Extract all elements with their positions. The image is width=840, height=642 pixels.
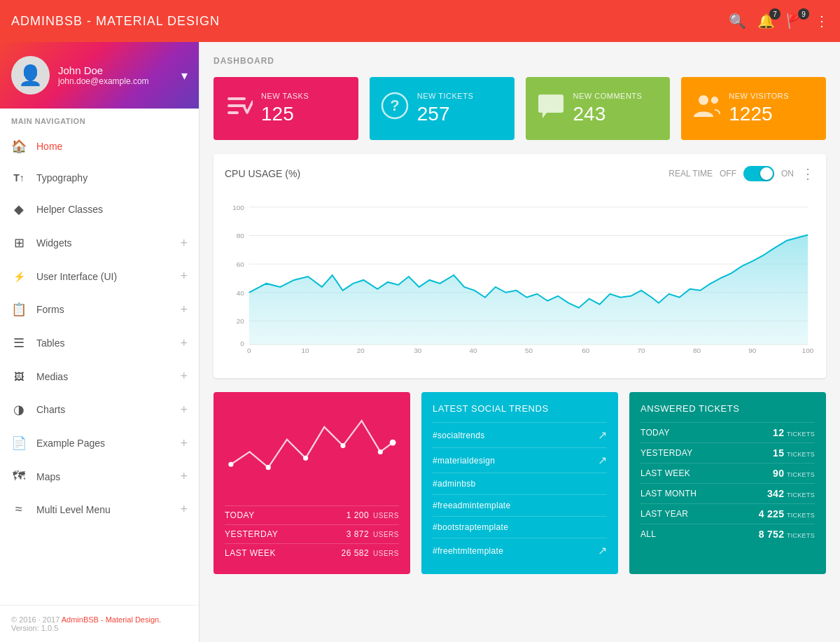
widgets-icon: ⊞ [11, 235, 27, 251]
tickets-value: 257 [417, 103, 503, 125]
trend-tag-4: #freeadmintemplate [433, 501, 510, 510]
chart-more-button[interactable]: ⋮ [801, 165, 815, 182]
yesterday-value: 3 872 USERS [346, 529, 399, 539]
trend-row-3: #adminbsb [433, 473, 607, 494]
sidebar-label-ui: User Interface (UI) [36, 271, 117, 282]
chart-title: CPU USAGE (%) [225, 168, 300, 179]
sidebar-item-forms[interactable]: 📋 Forms + [0, 293, 199, 326]
trend-tag-6: #freehtmltemplate [433, 546, 503, 556]
medias-icon: 🖼 [11, 371, 27, 382]
forms-expand-icon[interactable]: + [180, 302, 188, 317]
trend-tag-2: #materialdesign [433, 456, 495, 466]
trend-row-5: #bootstraptemplate [433, 516, 607, 538]
svg-point-38 [390, 440, 396, 446]
widgets-expand-icon[interactable]: + [180, 236, 188, 251]
trend-arrow-2: ↗ [598, 454, 607, 467]
svg-text:40: 40 [470, 347, 478, 354]
profile-chevron-icon[interactable]: ▾ [181, 68, 188, 83]
tasks-icon [225, 92, 253, 126]
realtime-label: REAL TIME [668, 169, 713, 179]
sidebar-item-multi-level[interactable]: ≈ Multi Level Menu + [0, 493, 199, 526]
svg-text:30: 30 [414, 347, 422, 354]
svg-text:40: 40 [237, 289, 245, 297]
notifications-button[interactable]: 🔔 7 [757, 13, 775, 29]
today-value: 1 200 USERS [346, 510, 399, 520]
helper-icon: ◆ [11, 202, 27, 217]
sidebar-item-ui[interactable]: ⚡ User Interface (UI) + [0, 260, 199, 293]
sidebar-item-charts[interactable]: ◑ Charts + [0, 393, 199, 426]
answered-tickets-card: ANSWERED TICKETS TODAY 12 TICKETS YESTER… [629, 392, 826, 574]
ticket-count-lastmonth: 342 TICKETS [767, 488, 815, 499]
more-menu-button[interactable]: ⋮ [815, 13, 829, 29]
messages-button[interactable]: 🚩 9 [786, 13, 804, 29]
search-button[interactable]: 🔍 [729, 13, 746, 29]
tickets-info: NEW TICKETS 257 [417, 92, 503, 125]
footer-link[interactable]: AdminBSB - Material Design. [62, 615, 161, 624]
sidebar-label-tables: Tables [36, 337, 64, 349]
medias-expand-icon[interactable]: + [180, 369, 188, 384]
stat-card-comments: NEW COMMENTS 243 [526, 77, 671, 140]
ui-expand-icon[interactable]: + [180, 269, 188, 284]
sidebar-item-maps[interactable]: 🗺 Maps + [0, 460, 199, 493]
tables-expand-icon[interactable]: + [180, 336, 188, 351]
svg-text:0: 0 [240, 340, 244, 347]
ticket-label-today: TODAY [640, 428, 670, 438]
sidebar-item-typography[interactable]: T↑ Typography [0, 163, 199, 193]
charts-expand-icon[interactable]: + [180, 403, 188, 417]
ticket-row-lastweek: LAST WEEK 90 TICKETS [640, 463, 815, 483]
ticket-label-all: ALL [640, 529, 656, 539]
social-trends-card: LATEST SOCIAL TRENDS #socialtrends ↗ #ma… [421, 392, 618, 574]
visitors-value: 1225 [729, 103, 815, 125]
sidebar-label-maps: Maps [36, 471, 60, 482]
answered-tickets-title: ANSWERED TICKETS [640, 403, 815, 414]
comments-icon [537, 92, 565, 126]
maps-expand-icon[interactable]: + [180, 469, 188, 484]
sidebar: 👤 John Doe john.doe@example.com ▾ MAIN N… [0, 42, 200, 642]
today-stat-row: TODAY 1 200 USERS [225, 505, 399, 524]
sidebar-item-tables[interactable]: ☰ Tables + [0, 326, 199, 360]
svg-text:100: 100 [232, 204, 244, 211]
ticket-count-lastyear: 4 225 TICKETS [759, 508, 815, 519]
notifications-badge: 7 [769, 8, 780, 20]
ticket-count-today: 12 TICKETS [773, 427, 815, 438]
svg-rect-1 [227, 104, 246, 107]
chart-controls: REAL TIME OFF ON ⋮ [668, 165, 815, 182]
ticket-label-lastmonth: LAST MONTH [640, 489, 696, 498]
svg-text:70: 70 [638, 347, 646, 354]
trend-row-1: #socialtrends ↗ [433, 422, 607, 447]
svg-text:100: 100 [802, 347, 814, 354]
svg-text:+: + [710, 95, 716, 106]
example-expand-icon[interactable]: + [180, 436, 188, 451]
stat-card-tickets: ? NEW TICKETS 257 [370, 77, 514, 140]
svg-point-7 [699, 95, 708, 105]
trend-tag-1: #socialtrends [433, 431, 485, 440]
svg-rect-5 [538, 95, 564, 113]
tasks-label: NEW TASKS [261, 92, 347, 100]
sidebar-item-medias[interactable]: 🖼 Medias + [0, 360, 199, 393]
maps-icon: 🗺 [11, 469, 27, 484]
cpu-usage-chart: 100 80 60 40 20 0 0 10 20 30 40 50 [225, 189, 815, 364]
realtime-toggle[interactable] [743, 166, 774, 181]
svg-rect-0 [227, 97, 246, 100]
main-layout: 👤 John Doe john.doe@example.com ▾ MAIN N… [0, 42, 840, 642]
sidebar-item-example-pages[interactable]: 📄 Example Pages + [0, 426, 199, 460]
trend-row-4: #freeadmintemplate [433, 494, 607, 516]
svg-point-33 [228, 462, 233, 467]
profile-email: john.doe@example.com [58, 76, 173, 86]
sidebar-label-charts: Charts [36, 404, 65, 415]
sidebar-item-home[interactable]: 🏠 Home [0, 130, 199, 163]
visitors-info: NEW VISITORS 1225 [729, 92, 815, 125]
svg-text:60: 60 [237, 260, 245, 268]
tables-icon: ☰ [11, 335, 27, 351]
version-text: Version: 1.0.5 [11, 624, 188, 632]
sidebar-item-helper-classes[interactable]: ◆ Helper Classes [0, 193, 199, 226]
topbar: ADMINBSB - MATERIAL DESIGN 🔍 🔔 7 🚩 9 ⋮ [0, 0, 840, 42]
multi-level-expand-icon[interactable]: + [180, 502, 188, 517]
ticket-row-yesterday: YESTERDAY 15 TICKETS [640, 442, 815, 463]
ticket-row-all: ALL 8 752 TICKETS [640, 524, 815, 544]
messages-badge: 9 [798, 8, 809, 20]
ticket-count-all: 8 752 TICKETS [759, 529, 815, 540]
stat-card-visitors: + NEW VISITORS 1225 [681, 77, 826, 140]
sidebar-item-widgets[interactable]: ⊞ Widgets + [0, 226, 199, 260]
ticket-count-yesterday: 15 TICKETS [773, 447, 815, 459]
